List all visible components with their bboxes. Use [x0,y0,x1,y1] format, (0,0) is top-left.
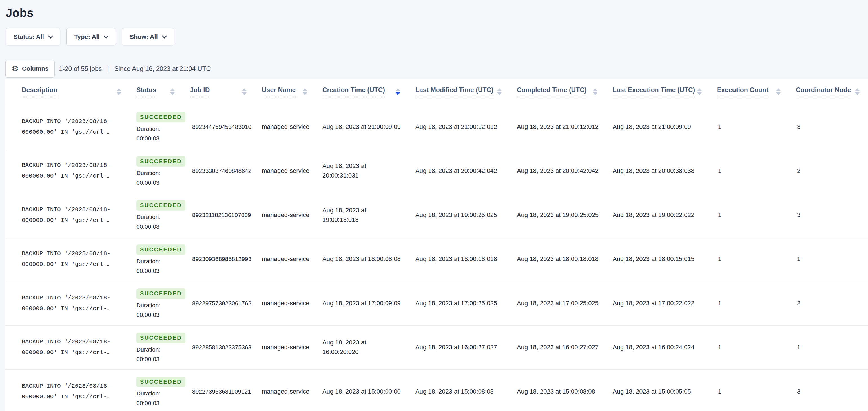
status-badge: SUCCEEDED [136,244,185,255]
sort-icon-active[interactable] [396,88,400,95]
coordinator-node-cell: 3 [789,210,868,220]
duration-label: Duration: [136,346,183,353]
column-header-description[interactable]: Description [5,86,130,97]
completed-time-cell: Aug 18, 2023 at 19:00:25:025 [510,210,606,220]
job-id-cell: 892321182136107009 [183,210,255,220]
user-name-cell: managed-service [255,298,311,308]
column-header-user-name[interactable]: User Name [255,86,316,97]
show-filter-dropdown[interactable]: Show: All [122,28,174,46]
last-modified-time-cell: Aug 18, 2023 at 21:00:12:012 [409,122,510,131]
table-row[interactable]: BACKUP INTO '/2023/08/18- 000000.00' IN … [5,281,868,326]
completed-time-cell: Aug 18, 2023 at 21:00:12:012 [510,122,606,131]
user-name-cell: managed-service [255,210,311,220]
user-name-cell: managed-service [255,254,311,264]
status-badge: SUCCEEDED [136,200,185,211]
creation-time-cell: Aug 18, 2023 at 20:00:31:031 [316,161,403,180]
results-since: Since Aug 16, 2023 at 21:04 UTC [114,65,211,73]
job-description[interactable]: BACKUP INTO '/2023/08/18- 000000.00' IN … [5,293,130,314]
duration-label: Duration: [136,390,183,397]
table-row[interactable]: BACKUP INTO '/2023/08/18- 000000.00' IN … [5,237,868,282]
job-description[interactable]: BACKUP INTO '/2023/08/18- 000000.00' IN … [5,160,130,181]
job-description[interactable]: BACKUP INTO '/2023/08/18- 000000.00' IN … [5,248,130,270]
job-id-cell: 892285813023375363 [183,343,255,352]
status-badge: SUCCEEDED [136,333,185,343]
duration-label: Duration: [136,302,183,309]
status-cell: SUCCEEDED Duration: 00:00:03 [130,333,183,362]
sort-icon[interactable] [170,88,175,95]
table-row[interactable]: BACKUP INTO '/2023/08/18- 000000.00' IN … [5,370,868,411]
table-row[interactable]: BACKUP INTO '/2023/08/18- 000000.00' IN … [5,105,868,149]
execution-count-cell: 1 [710,122,789,131]
column-header-coordinator-node[interactable]: Coordinator Node [789,86,868,97]
status-filter-label: Status: All [13,33,44,40]
duration-label: Duration: [136,258,183,264]
show-filter-label: Show: All [130,33,158,40]
column-header-completed-time[interactable]: Completed Time (UTC) [510,86,606,97]
sort-icon[interactable] [117,88,121,95]
job-id-cell: 892333037460848642 [183,166,255,176]
completed-time-cell: Aug 18, 2023 at 17:00:25:025 [510,298,606,308]
table-row[interactable]: BACKUP INTO '/2023/08/18- 000000.00' IN … [5,149,868,194]
last-modified-time-cell: Aug 18, 2023 at 20:00:42:042 [409,166,510,176]
table-body: BACKUP INTO '/2023/08/18- 000000.00' IN … [5,105,868,411]
column-header-status[interactable]: Status [130,86,183,97]
sort-icon[interactable] [776,88,781,95]
sort-icon[interactable] [855,88,860,95]
job-description[interactable]: BACKUP INTO '/2023/08/18- 000000.00' IN … [5,381,130,402]
completed-time-cell: Aug 18, 2023 at 20:00:42:042 [510,166,606,176]
job-description[interactable]: BACKUP INTO '/2023/08/18- 000000.00' IN … [5,336,130,358]
duration-value: 00:00:03 [136,179,183,186]
chevron-down-icon [48,33,53,38]
coordinator-node-cell: 3 [789,122,868,131]
coordinator-node-cell: 1 [789,343,868,352]
status-cell: SUCCEEDED Duration: 00:00:03 [130,377,183,406]
job-id-cell: 892309368985812993 [183,254,255,264]
last-execution-time-cell: Aug 18, 2023 at 20:00:38:038 [606,166,710,176]
sort-icon[interactable] [593,88,597,95]
coordinator-node-cell: 2 [789,298,868,308]
status-cell: SUCCEEDED Duration: 00:00:03 [130,200,183,230]
column-header-last-modified-time[interactable]: Last Modified Time (UTC) [409,86,510,97]
duration-value: 00:00:03 [136,223,183,230]
duration-value: 00:00:03 [136,312,183,318]
coordinator-node-cell: 3 [789,387,868,397]
sort-icon[interactable] [303,88,307,95]
status-badge: SUCCEEDED [136,288,185,299]
last-modified-time-cell: Aug 18, 2023 at 15:00:08:08 [409,387,510,397]
execution-count-cell: 1 [710,166,789,176]
last-modified-time-cell: Aug 18, 2023 at 19:00:25:025 [409,210,510,220]
last-execution-time-cell: Aug 18, 2023 at 17:00:22:022 [606,298,710,308]
chevron-down-icon [104,33,109,38]
duration-value: 00:00:03 [136,356,183,362]
job-description[interactable]: BACKUP INTO '/2023/08/18- 000000.00' IN … [5,204,130,226]
status-badge: SUCCEEDED [136,377,185,387]
status-cell: SUCCEEDED Duration: 00:00:03 [130,244,183,274]
duration-label: Duration: [136,125,183,132]
duration-value: 00:00:03 [136,400,183,406]
sort-icon[interactable] [697,88,702,95]
table-row[interactable]: BACKUP INTO '/2023/08/18- 000000.00' IN … [5,193,868,237]
status-cell: SUCCEEDED Duration: 00:00:03 [130,156,183,186]
type-filter-label: Type: All [74,33,99,40]
user-name-cell: managed-service [255,166,311,176]
column-header-execution-count[interactable]: Execution Count [710,86,789,97]
execution-count-cell: 1 [710,343,789,352]
creation-time-cell: Aug 18, 2023 at 19:00:13:013 [316,206,403,225]
results-divider: | [107,65,109,73]
columns-button[interactable]: ⚙ Columns [5,60,55,78]
sort-icon[interactable] [242,88,247,95]
duration-label: Duration: [136,170,183,176]
creation-time-cell: Aug 18, 2023 at 21:00:09:09 [316,122,403,131]
column-header-job-id[interactable]: Job ID [183,86,255,97]
table-toolbar: ⚙ Columns 1-20 of 55 jobs | Since Aug 16… [5,60,868,78]
type-filter-dropdown[interactable]: Type: All [66,28,116,46]
status-filter-dropdown[interactable]: Status: All [6,28,60,46]
column-header-creation-time[interactable]: Creation Time (UTC) [316,86,409,97]
table-row[interactable]: BACKUP INTO '/2023/08/18- 000000.00' IN … [5,326,868,370]
sort-icon[interactable] [497,88,502,95]
creation-time-cell: Aug 18, 2023 at 17:00:09:09 [316,298,403,308]
job-description[interactable]: BACKUP INTO '/2023/08/18- 000000.00' IN … [5,116,130,138]
user-name-cell: managed-service [255,122,311,131]
column-header-last-execution-time[interactable]: Last Execution Time (UTC) [606,86,710,97]
job-id-cell: 892344759453483010 [183,122,255,131]
